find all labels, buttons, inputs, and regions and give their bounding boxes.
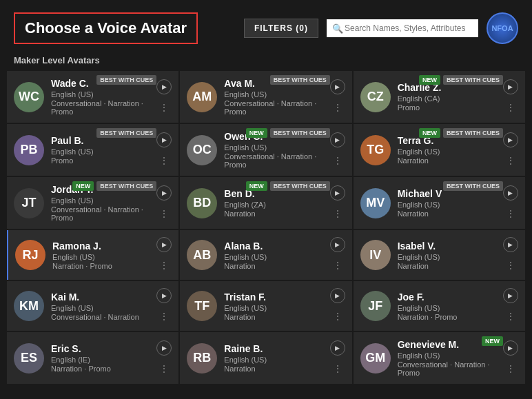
avatar-language: English (ZA) [224, 201, 320, 209]
avatar-info: Tristan F.English (US)Narration [224, 291, 320, 321]
more-button[interactable]: ⋮ [330, 153, 345, 168]
avatar-language: English (US) [51, 196, 147, 205]
play-button[interactable]: ▶ [156, 132, 172, 147]
avatar-card[interactable]: TGTerra G.English (US)NarrationNEWBEST W… [354, 124, 525, 176]
avatar-actions: ▶⋮ [156, 185, 172, 221]
play-button[interactable]: ▶ [330, 288, 345, 303]
avatar-info: Kai M.English (US)Conversational · Narra… [51, 291, 147, 321]
play-button[interactable]: ▶ [503, 79, 518, 94]
more-button[interactable]: ⋮ [503, 206, 518, 221]
avatar-language: English (US) [398, 304, 493, 312]
avatar-card[interactable]: RJRamona J.English (US)Narration · Promo… [7, 230, 178, 280]
avatar-language: English (US) [398, 253, 493, 261]
search-input[interactable] [327, 19, 478, 37]
play-button[interactable]: ▶ [156, 79, 172, 94]
more-button[interactable]: ⋮ [156, 309, 172, 324]
avatar-grid: WCWade C.English (US)Conversational · Na… [0, 71, 532, 384]
more-button[interactable]: ⋮ [503, 361, 518, 376]
avatar-style: Narration [398, 156, 493, 165]
more-button[interactable]: ⋮ [156, 258, 172, 273]
header-right: FILTERS (0) 🔍 NFOA [244, 12, 518, 44]
more-button[interactable]: ⋮ [503, 309, 518, 324]
more-button[interactable]: ⋮ [156, 206, 172, 221]
play-button[interactable]: ▶ [330, 185, 345, 201]
badge-new: NEW [246, 181, 267, 191]
avatar-actions: ▶⋮ [330, 79, 345, 115]
avatar-card[interactable]: GMGenevieve M.English (US)Conversational… [354, 332, 525, 384]
avatar-name: Eric S. [51, 343, 147, 354]
play-button[interactable]: ▶ [156, 237, 172, 252]
play-button[interactable]: ▶ [330, 237, 345, 252]
play-button[interactable]: ▶ [330, 132, 345, 147]
more-button[interactable]: ⋮ [503, 100, 518, 115]
play-button[interactable]: ▶ [503, 185, 518, 201]
avatar-image: WC [14, 82, 44, 112]
avatar-style: Promo [51, 156, 147, 165]
more-button[interactable]: ⋮ [156, 361, 172, 376]
page-title: Choose a Voice Avatar [25, 19, 187, 37]
avatar-card[interactable]: JTJordan T.English (US)Conversational · … [7, 177, 178, 229]
avatar-language: English (IE) [51, 356, 147, 364]
play-button[interactable]: ▶ [330, 340, 345, 356]
more-button[interactable]: ⋮ [156, 153, 172, 168]
more-button[interactable]: ⋮ [330, 100, 345, 115]
avatar-card[interactable]: ESEric S.English (IE)Narration · Promo▶⋮ [7, 332, 178, 384]
avatar-language: English (US) [398, 351, 493, 360]
avatar-language: English (US) [51, 90, 147, 99]
avatar-card[interactable]: BDBen D.English (ZA)NarrationNEWBEST WIT… [180, 177, 351, 229]
avatar-image: IV [360, 240, 391, 270]
badge-best-with-cues: BEST WITH CUES [443, 128, 503, 138]
avatar-actions: ▶⋮ [503, 288, 518, 324]
avatar-style: Narration [224, 209, 320, 218]
play-button[interactable]: ▶ [503, 288, 518, 303]
avatar-card[interactable]: TFTristan F.English (US)Narration▶⋮ [180, 281, 351, 331]
avatar-actions: ▶⋮ [156, 237, 172, 273]
play-button[interactable]: ▶ [156, 340, 172, 356]
avatar-image: PB [14, 135, 44, 165]
avatar-badges: BEST WITH CUES [270, 75, 330, 85]
avatar-card[interactable]: JFJoe F.English (US)Narration · Promo▶⋮ [354, 281, 525, 331]
avatar-card[interactable]: KMKai M.English (US)Conversational · Nar… [7, 281, 178, 331]
badge-new: NEW [419, 128, 440, 138]
avatar-card[interactable]: CZCharlie Z.English (CA)PromoNEWBEST WIT… [354, 71, 525, 123]
avatar-style: Narration [398, 262, 493, 270]
avatar-card[interactable]: PBPaul B.English (US)PromoBEST WITH CUES… [7, 124, 178, 176]
avatar-card[interactable]: RBRaine B.English (US)Narration▶⋮ [180, 332, 351, 384]
more-button[interactable]: ⋮ [503, 258, 518, 273]
badge-new: NEW [419, 75, 440, 85]
avatar-image: AB [187, 240, 217, 270]
badge-best-with-cues: BEST WITH CUES [96, 128, 156, 138]
play-button[interactable]: ▶ [503, 340, 518, 356]
filters-button[interactable]: FILTERS (0) [244, 19, 318, 38]
play-button[interactable]: ▶ [330, 79, 345, 94]
avatar-language: English (US) [52, 253, 147, 261]
header: Choose a Voice Avatar FILTERS (0) 🔍 NFOA [0, 0, 532, 51]
more-button[interactable]: ⋮ [330, 309, 345, 324]
avatar-image: ES [14, 343, 44, 374]
avatar-language: English (US) [398, 201, 493, 209]
play-button[interactable]: ▶ [156, 288, 172, 303]
play-button[interactable]: ▶ [156, 185, 172, 201]
avatar-card[interactable]: IVIsabel V.English (US)Narration▶⋮ [354, 230, 525, 280]
more-button[interactable]: ⋮ [503, 153, 518, 168]
badge-new: NEW [72, 181, 94, 191]
play-button[interactable]: ▶ [503, 237, 518, 252]
avatar-card[interactable]: AMAva M.English (US)Conversational · Nar… [180, 71, 351, 123]
more-button[interactable]: ⋮ [330, 206, 345, 221]
avatar-card[interactable]: MVMichael VEnglish (US)NarrationBEST WIT… [354, 177, 525, 229]
avatar-card[interactable]: WCWade C.English (US)Conversational · Na… [7, 71, 178, 123]
avatar-image: GM [360, 343, 391, 374]
more-button[interactable]: ⋮ [156, 100, 172, 115]
more-button[interactable]: ⋮ [330, 361, 345, 376]
avatar-image: RJ [15, 240, 45, 270]
avatar-image: CZ [360, 82, 391, 112]
avatar-card[interactable]: ABAlana B.English (US)Narration▶⋮ [180, 230, 351, 280]
avatar-name: Tristan F. [224, 291, 320, 303]
play-button[interactable]: ▶ [503, 132, 518, 147]
avatar-name: Isabel V. [398, 241, 493, 252]
avatar-style: Narration [224, 313, 320, 321]
more-button[interactable]: ⋮ [330, 258, 345, 273]
avatar-card[interactable]: OCOwen C.English (US)Conversational · Na… [180, 124, 351, 176]
avatar-badges: NEWBEST WITH CUES [419, 75, 503, 85]
badge-new: NEW [246, 128, 267, 138]
